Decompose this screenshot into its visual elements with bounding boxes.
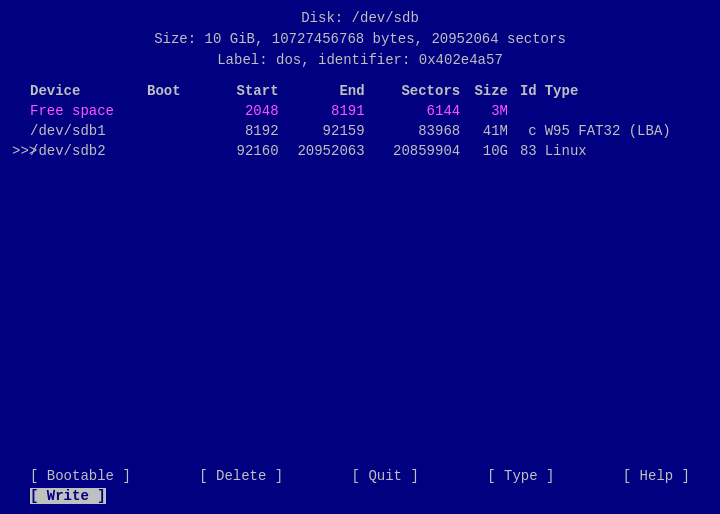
disk-label: Label: dos, identifier: 0x402e4a57: [0, 50, 720, 71]
device-sdb2: /dev/sdb2: [30, 143, 135, 159]
disk-title: Disk: /dev/sdb: [0, 8, 720, 29]
col-header-end: End: [279, 83, 365, 99]
type-sdb1: W95 FAT32 (LBA): [537, 123, 690, 139]
boot-sdb2: [135, 143, 192, 159]
selected-arrow: >>>: [12, 143, 37, 159]
end-sdb1: 92159: [279, 123, 365, 139]
type-free-space: [537, 103, 690, 119]
sectors-sdb1: 83968: [365, 123, 461, 139]
col-header-boot: Boot: [135, 83, 192, 99]
disk-header: Disk: /dev/sdb Size: 10 GiB, 10727456768…: [0, 8, 720, 71]
table-row-sdb1[interactable]: /dev/sdb1 8192 92159 83968 41M c W95 FAT…: [10, 121, 710, 141]
boot-free-space: [135, 103, 192, 119]
col-header-device: Device: [30, 83, 135, 99]
start-sdb1: 8192: [193, 123, 279, 139]
col-header-start: Start: [193, 83, 279, 99]
sectors-free-space: 6144: [365, 103, 461, 119]
footer: [ Bootable ] [ Delete ] [ Quit ] [ Type …: [0, 468, 720, 504]
col-header-size: Size: [460, 83, 508, 99]
col-header-type: Type: [537, 83, 690, 99]
type-button[interactable]: [ Type ]: [487, 468, 554, 484]
device-sdb1: /dev/sdb1: [30, 123, 135, 139]
disk-size: Size: 10 GiB, 10727456768 bytes, 2095206…: [0, 29, 720, 50]
table-row-free-space[interactable]: Free space 2048 8191 6144 3M: [10, 101, 710, 121]
end-sdb2: 20952063: [279, 143, 365, 159]
quit-button[interactable]: [ Quit ]: [352, 468, 419, 484]
sectors-sdb2: 20859904: [365, 143, 461, 159]
footer-row1: [ Bootable ] [ Delete ] [ Quit ] [ Type …: [30, 468, 690, 484]
id-sdb1: c: [508, 123, 537, 139]
size-sdb1: 41M: [460, 123, 508, 139]
start-sdb2: 92160: [193, 143, 279, 159]
start-free-space: 2048: [193, 103, 279, 119]
type-sdb2: Linux: [537, 143, 690, 159]
table-header-row: Device Boot Start End Sectors Size Id Ty…: [10, 81, 710, 101]
help-button[interactable]: [ Help ]: [623, 468, 690, 484]
size-free-space: 3M: [460, 103, 508, 119]
end-free-space: 8191: [279, 103, 365, 119]
bootable-button[interactable]: [ Bootable ]: [30, 468, 131, 484]
partition-table: Device Boot Start End Sectors Size Id Ty…: [0, 81, 720, 161]
col-header-sectors: Sectors: [365, 83, 461, 99]
write-button[interactable]: [ Write ]: [30, 488, 106, 504]
col-header-id: Id: [508, 83, 537, 99]
id-sdb2: 83: [508, 143, 537, 159]
size-sdb2: 10G: [460, 143, 508, 159]
boot-sdb1: [135, 123, 192, 139]
device-free-space: Free space: [30, 103, 135, 119]
footer-row2: [ Write ]: [30, 488, 690, 504]
table-row-sdb2[interactable]: >>> /dev/sdb2 92160 20952063 20859904 10…: [10, 141, 710, 161]
delete-button[interactable]: [ Delete ]: [199, 468, 283, 484]
id-free-space: [508, 103, 537, 119]
screen: Disk: /dev/sdb Size: 10 GiB, 10727456768…: [0, 0, 720, 514]
